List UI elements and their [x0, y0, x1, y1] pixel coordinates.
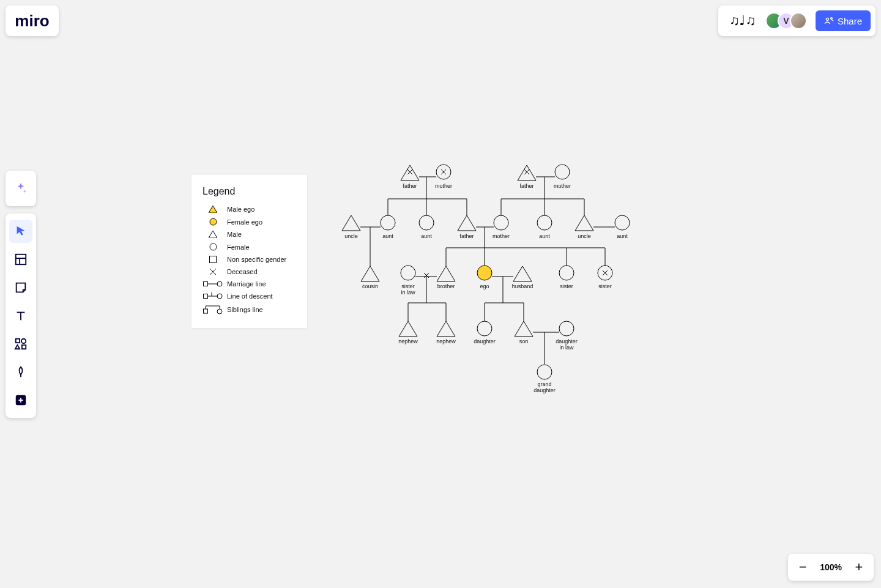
label-g0-father-r: father: [519, 184, 533, 190]
svg-point-40: [555, 165, 570, 179]
svg-point-52: [419, 215, 434, 230]
svg-point-67: [477, 266, 492, 280]
label-g3-nephew1: nephew: [398, 339, 418, 345]
label-g2-ego: ego: [480, 284, 489, 290]
label-g3-daughterinlaw: daughter in law: [556, 339, 578, 351]
label-g4-granddaughter: grand daughter: [533, 382, 556, 394]
label-g1-aunt-l2: aunt: [421, 234, 432, 240]
svg-point-84: [477, 321, 492, 336]
label-g2-husband: husband: [512, 284, 533, 290]
label-g2-cousin: cousin: [362, 284, 378, 290]
label-g1-aunt-l1: aunt: [382, 234, 393, 240]
label-g1-mother: mother: [493, 234, 510, 240]
svg-point-55: [615, 215, 630, 230]
svg-point-51: [381, 215, 395, 230]
label-g3-nephew2: nephew: [436, 339, 456, 345]
label-g0-father-l: father: [403, 184, 417, 190]
label-g2-brother: brother: [437, 284, 455, 290]
label-g2-sister1: sister: [560, 284, 573, 290]
svg-point-88: [537, 365, 552, 379]
label-g3-daughter: daughter: [474, 339, 496, 345]
label-g1-aunt-r: aunt: [539, 234, 550, 240]
kinship-diagram[interactable]: [0, 0, 881, 588]
svg-point-53: [494, 215, 508, 230]
svg-point-68: [559, 266, 574, 280]
label-g0-mother-l: mother: [435, 184, 452, 190]
label-g2-sister2: sister: [598, 284, 612, 290]
label-g0-mother-r: mother: [554, 184, 571, 190]
label-g1-uncle-l: uncle: [344, 234, 358, 240]
svg-point-54: [537, 215, 552, 230]
label-g2-sisterinlaw: sister in law: [401, 284, 415, 296]
svg-point-85: [559, 321, 574, 336]
label-g1-father: father: [459, 234, 474, 240]
label-g1-uncle-r: uncle: [578, 234, 591, 240]
label-g1-aunt-r2: aunt: [617, 234, 628, 240]
label-g3-son: son: [519, 339, 529, 345]
svg-point-66: [401, 266, 415, 280]
